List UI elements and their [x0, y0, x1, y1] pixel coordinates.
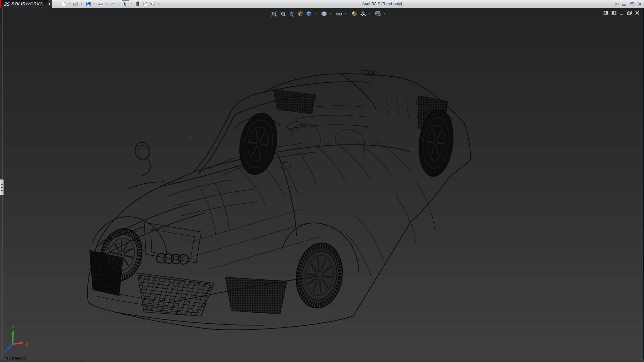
apply-scene-icon [360, 11, 366, 17]
new-document-icon [61, 1, 66, 7]
minimize-document-button[interactable] [620, 11, 624, 15]
file-properties-button[interactable] [142, 0, 149, 7]
minimize-icon [622, 2, 627, 6]
restore-button[interactable] [630, 1, 635, 7]
display-style-button[interactable] [320, 9, 328, 18]
new-document-button[interactable] [60, 0, 67, 7]
taskbar-divider [473, 360, 473, 362]
view-orientation-button[interactable] [305, 9, 313, 18]
minimize-document-icon [620, 11, 624, 15]
print-icon [98, 1, 103, 7]
section-view-icon [297, 11, 303, 17]
windows-taskbar-edge[interactable] [0, 360, 644, 362]
options-button[interactable] [149, 0, 156, 7]
triad-z-label: Z [4, 349, 7, 354]
hide-show-items-button[interactable] [335, 9, 343, 18]
menu-flyout-arrow[interactable]: ▶ [48, 0, 52, 8]
previous-view-icon [288, 11, 294, 17]
taskbar-divider [82, 360, 83, 362]
undo-button[interactable] [109, 0, 117, 7]
display-style-icon [321, 11, 327, 17]
view-settings-dropdown[interactable]: ▾ [382, 9, 386, 18]
view-orientation-dropdown[interactable]: ▾ [313, 9, 317, 18]
edit-appearance-icon [351, 11, 357, 17]
graphics-area[interactable]: Y X Z [0, 8, 644, 360]
solidworks-logo: 3S SOLID WORKS [0, 0, 48, 8]
zoom-to-fit-button[interactable] [270, 9, 278, 18]
zoom-to-area-icon [280, 11, 286, 17]
hide-show-items-glasses-icon [336, 11, 342, 17]
new-document-dropdown[interactable]: ▾ [67, 0, 71, 7]
speck [395, 267, 396, 268]
view-settings-button[interactable] [374, 9, 382, 18]
select-button[interactable] [122, 0, 129, 7]
section-view-button[interactable] [296, 9, 304, 18]
taskbar-divider [396, 360, 396, 362]
tile-right-pane-icon [611, 10, 616, 15]
display-style-dropdown[interactable]: ▾ [328, 9, 332, 18]
tile-left-pane-icon [603, 10, 608, 15]
minimize-button[interactable] [622, 1, 627, 7]
chevron-left-icon: ◀ [1, 183, 3, 185]
save-floppy-icon [86, 1, 91, 7]
apply-scene-dropdown[interactable]: ▾ [367, 9, 371, 18]
document-title: Audi R8 S [Read-only] [362, 0, 402, 8]
select-cursor-icon [123, 1, 128, 7]
audi-rings-rear [361, 69, 378, 76]
standard-toolbar: ▾ ▾ ▾ [60, 0, 161, 8]
dassault-3ds-mark: 3S [4, 1, 10, 7]
view-orientation-label: *Dimetric [5, 355, 26, 360]
rebuild-traffic-light-icon [135, 1, 141, 7]
taskbar-divider [158, 360, 158, 362]
open-folder-icon [73, 1, 78, 7]
edit-appearance-button[interactable] [350, 9, 358, 18]
close-icon [638, 2, 642, 6]
document-window-controls [603, 10, 640, 15]
view-orientation-icon [306, 11, 312, 17]
tile-right-pane-button[interactable] [611, 10, 616, 15]
help-dropdown: ▾ [618, 3, 619, 5]
title-bar: 3S SOLID WORKS ▶ ▾ ▾ [0, 0, 644, 8]
select-dropdown[interactable]: ▾ [129, 0, 133, 7]
close-document-button[interactable] [635, 11, 640, 15]
view-settings-icon [375, 11, 381, 17]
restore-document-icon [627, 11, 632, 15]
headsup-view-toolbar: ▾ ▾ ▾ [270, 9, 386, 18]
side-mirror [133, 141, 152, 176]
apply-scene-button[interactable] [359, 9, 367, 18]
tile-left-pane-button[interactable] [603, 10, 608, 15]
window-controls: ? ▾ [615, 0, 642, 8]
print-button[interactable] [97, 0, 104, 7]
open-dropdown[interactable]: ▾ [79, 0, 84, 7]
undo-icon [110, 1, 116, 7]
wireframe-car-model: Y X Z [0, 8, 644, 360]
rebuild-button[interactable] [134, 0, 142, 7]
close-button[interactable] [638, 1, 642, 7]
zoom-to-fit-icon [271, 11, 277, 17]
save-dropdown[interactable]: ▾ [92, 0, 96, 7]
viewport-right-border-inner [643, 8, 643, 360]
help-button[interactable]: ? ▾ [615, 1, 619, 7]
undo-dropdown[interactable]: ▾ [117, 0, 121, 7]
save-button[interactable] [85, 0, 92, 7]
print-dropdown[interactable]: ▾ [104, 0, 108, 7]
close-document-icon [635, 11, 640, 15]
speck [190, 136, 191, 137]
zoom-to-area-button[interactable] [278, 9, 287, 18]
restore-icon [630, 2, 635, 6]
restore-document-button[interactable] [627, 11, 632, 15]
options-dropdown[interactable]: ▾ [156, 0, 160, 7]
help-icon: ? [615, 2, 618, 7]
taskbar-divider [136, 360, 136, 362]
file-properties-icon [143, 1, 148, 7]
triad-y-label: Y [12, 326, 14, 329]
chevron-left-icon: ◀ [1, 189, 3, 191]
feature-pane-splitter-tab[interactable]: ◀ ◀ ◀ [0, 179, 4, 195]
open-button[interactable] [72, 0, 79, 7]
triad-x-label: X [25, 342, 28, 347]
reference-triad: Y X Z [4, 326, 28, 354]
previous-view-button[interactable] [287, 9, 296, 18]
chevron-left-icon: ◀ [1, 186, 3, 188]
hide-show-items-dropdown[interactable]: ▾ [343, 9, 347, 18]
options-checklist-icon [150, 1, 155, 7]
